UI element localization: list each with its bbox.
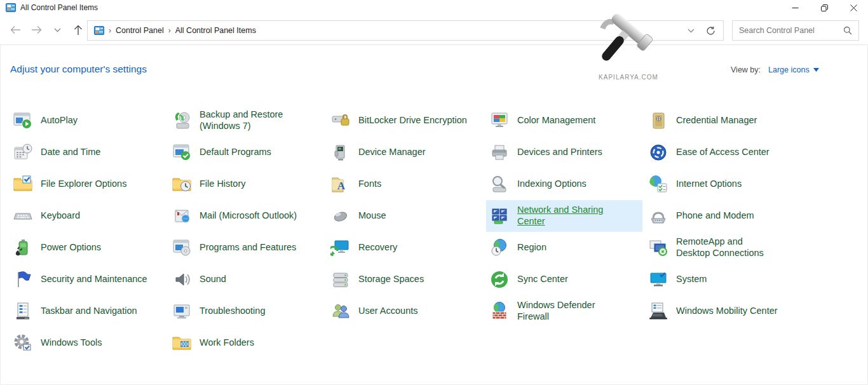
item-label: Windows Defender Firewall — [517, 300, 616, 322]
minimize-icon — [792, 4, 799, 11]
item-label: Date and Time — [41, 147, 100, 158]
control-panel-item[interactable]: Storage Spaces — [327, 264, 484, 295]
item-label: BitLocker Drive Encryption — [358, 115, 467, 126]
control-panel-item[interactable]: System — [645, 264, 801, 295]
control-panel-item[interactable]: Windows Defender Firewall — [486, 295, 642, 327]
control-panel-item[interactable]: Indexing Options — [486, 168, 642, 200]
control-panel-item[interactable]: Default Programs — [168, 137, 325, 168]
control-panel-item[interactable]: Date and Time — [10, 137, 166, 168]
view-by-dropdown[interactable]: Large icons — [768, 65, 819, 74]
maximize-restore-button[interactable] — [810, 0, 839, 15]
control-panel-item[interactable]: Power Options — [10, 232, 166, 264]
control-panel-item[interactable]: AFonts — [327, 168, 484, 200]
chevron-down-icon — [688, 29, 695, 33]
control-panel-item[interactable]: File History — [168, 168, 325, 200]
item-label: Phone and Modem — [676, 210, 754, 222]
window-title: All Control Panel Items — [20, 3, 98, 12]
search-icon[interactable] — [843, 26, 858, 35]
power-options-icon — [13, 238, 33, 258]
control-panel-item[interactable]: Backup and Restore (Windows 7) — [168, 105, 325, 137]
control-panel-item[interactable]: Programs and Features — [168, 232, 325, 264]
control-panel-item[interactable]: Recovery — [327, 232, 484, 264]
control-panel-item[interactable]: Mouse — [327, 200, 484, 232]
item-label: Fonts — [358, 179, 381, 190]
forward-button[interactable] — [29, 20, 44, 39]
recent-locations-dropdown[interactable] — [50, 20, 65, 39]
item-label: Color Management — [517, 115, 595, 126]
internet-options-icon — [648, 174, 668, 194]
item-label: Network and Sharing Center — [517, 205, 616, 227]
search-input[interactable] — [733, 26, 843, 35]
item-label: User Accounts — [358, 306, 418, 317]
forward-arrow-icon — [31, 25, 42, 34]
view-by: View by: Large icons — [731, 65, 819, 74]
back-button[interactable] — [8, 20, 23, 39]
sync-center-icon — [489, 269, 510, 290]
control-panel-item[interactable]: Windows Tools — [10, 327, 166, 359]
item-label: Programs and Features — [200, 242, 296, 253]
address-dropdown-button[interactable] — [688, 29, 695, 33]
breadcrumb-control-panel[interactable]: Control Panel — [116, 26, 164, 35]
item-label: RemoteApp and Desktop Connections — [676, 236, 775, 259]
item-label: Default Programs — [200, 147, 271, 158]
item-label: Security and Maintenance — [41, 274, 147, 285]
control-panel-item[interactable]: AutoPlay — [10, 105, 166, 137]
control-panel-item[interactable]: Work Folders — [168, 327, 325, 359]
control-panel-item[interactable]: Sound — [168, 264, 325, 295]
control-panel-item[interactable]: Mail (Microsoft Outlook) — [168, 200, 325, 232]
item-label: System — [676, 274, 707, 285]
view-by-value: Large icons — [768, 65, 810, 74]
minimize-button[interactable] — [780, 0, 810, 15]
search-box — [732, 20, 859, 41]
control-panel-item[interactable]: Region — [486, 232, 642, 264]
control-panel-item[interactable]: Taskbar and Navigation — [10, 295, 166, 327]
breadcrumb-separator[interactable]: › — [104, 26, 116, 35]
items-grid: AutoPlayBackup and Restore (Windows 7)Bi… — [10, 105, 804, 359]
title-bar: All Control Panel Items — [0, 0, 868, 15]
close-button[interactable] — [839, 0, 868, 15]
control-panel-item[interactable]: Sync Center — [486, 264, 642, 295]
control-panel-item[interactable]: Credential Manager — [645, 105, 801, 137]
restore-icon — [821, 4, 828, 11]
dropdown-triangle-icon — [813, 68, 819, 72]
control-panel-item[interactable]: Keyboard — [10, 200, 166, 232]
control-panel-item[interactable]: File Explorer Options — [10, 168, 166, 200]
autoplay-icon — [13, 111, 33, 131]
item-label: Device Manager — [358, 147, 426, 158]
color-management-icon — [489, 111, 510, 131]
breadcrumb-all-control-panel-items[interactable]: All Control Panel Items — [175, 26, 256, 35]
control-panel-item[interactable]: Devices and Printers — [486, 137, 642, 168]
item-label: Devices and Printers — [517, 147, 602, 158]
recovery-icon — [330, 238, 351, 258]
control-panel-item[interactable]: Phone and Modem — [645, 200, 801, 232]
defender-firewall-icon — [489, 301, 510, 321]
remoteapp-icon — [648, 238, 668, 258]
phone-modem-icon — [648, 206, 668, 226]
breadcrumb-separator[interactable]: › — [164, 26, 175, 35]
refresh-button[interactable] — [706, 26, 715, 36]
security-maintenance-icon — [13, 269, 33, 290]
control-panel-item[interactable]: Device Manager — [327, 137, 484, 168]
devices-printers-icon — [489, 142, 510, 163]
address-bar[interactable]: › Control Panel › All Control Panel Item… — [87, 20, 724, 41]
item-label: Indexing Options — [517, 179, 587, 190]
item-label: Windows Mobility Center — [676, 306, 778, 317]
item-label: Power Options — [41, 242, 101, 253]
control-panel-item[interactable]: Windows Mobility Center — [645, 295, 801, 327]
control-panel-item[interactable]: Security and Maintenance — [10, 264, 166, 295]
bitlocker-icon — [330, 111, 351, 131]
control-panel-item[interactable]: RemoteApp and Desktop Connections — [645, 232, 801, 264]
up-button[interactable] — [71, 20, 86, 39]
control-panel-item[interactable]: Color Management — [486, 105, 642, 137]
navigation-toolbar: › Control Panel › All Control Panel Item… — [0, 15, 868, 45]
control-panel-item[interactable]: BitLocker Drive Encryption — [327, 105, 484, 137]
mouse-icon — [330, 206, 351, 226]
control-panel-item[interactable]: Internet Options — [645, 168, 801, 200]
control-panel-item[interactable]: Network and Sharing Center — [486, 200, 642, 232]
control-panel-item[interactable]: Troubleshooting — [168, 295, 325, 327]
ease-of-access-icon — [648, 142, 668, 163]
item-label: Sound — [200, 274, 226, 285]
control-panel-item[interactable]: User Accounts — [327, 295, 484, 327]
troubleshooting-icon — [172, 301, 192, 321]
control-panel-item[interactable]: Ease of Access Center — [645, 137, 801, 168]
